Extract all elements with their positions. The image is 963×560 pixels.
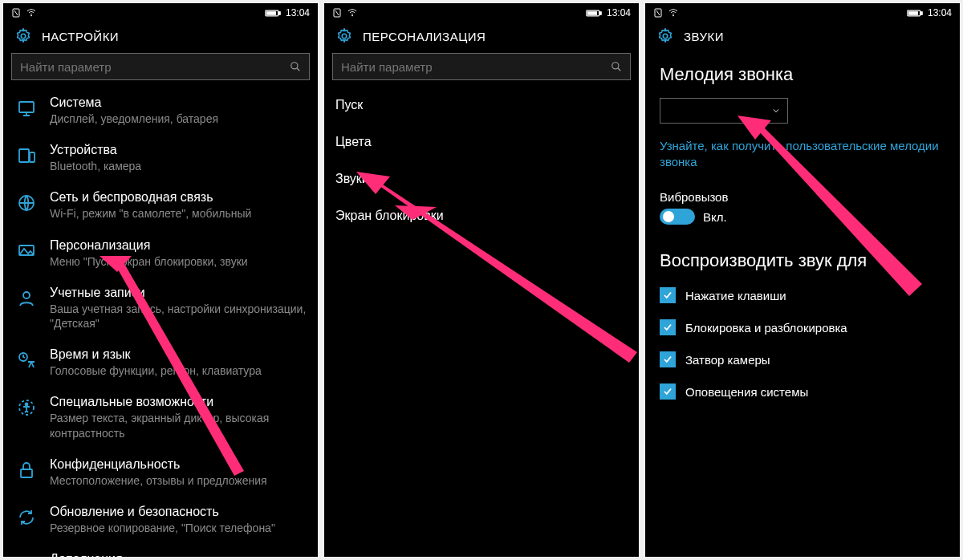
check-label: Нажатие клавиши xyxy=(685,289,786,302)
svg-rect-36 xyxy=(920,11,922,14)
svg-rect-11 xyxy=(19,246,34,255)
gear-icon xyxy=(656,27,674,45)
settings-item-ease-of-access[interactable]: Специальные возможностиРазмер текста, эк… xyxy=(3,386,318,448)
battery-icon xyxy=(586,9,602,18)
globe-icon xyxy=(16,191,37,215)
status-bar: 13:04 xyxy=(324,3,639,22)
check-label: Затвор камеры xyxy=(685,353,770,367)
item-title: Обновление и безопасность xyxy=(50,504,307,520)
checkbox[interactable] xyxy=(660,351,676,367)
svg-rect-7 xyxy=(19,102,34,112)
item-title: Время и язык xyxy=(50,347,307,363)
check-keypress[interactable]: Нажатие клавиши xyxy=(645,279,960,311)
check-camera-shutter[interactable]: Затвор камеры xyxy=(645,343,960,375)
search-box[interactable] xyxy=(11,53,310,80)
ringtone-dropdown[interactable] xyxy=(660,98,788,124)
svg-rect-37 xyxy=(908,11,917,14)
settings-item-system[interactable]: СистемаДисплей, уведомления, батарея xyxy=(3,87,318,134)
item-sub: Размер текста, экранный диктор, высокая … xyxy=(50,411,307,440)
svg-rect-27 xyxy=(587,11,596,14)
settings-item-accounts[interactable]: Учетные записиВаша учетная запись, настр… xyxy=(3,277,318,339)
item-start[interactable]: Пуск xyxy=(324,87,639,124)
settings-item-personalization[interactable]: ПерсонализацияМеню "Пуск", экран блокиро… xyxy=(3,229,318,277)
item-sub: Местоположение, отзывы и предложения xyxy=(50,473,307,488)
svg-point-24 xyxy=(352,15,353,16)
svg-rect-9 xyxy=(30,152,35,162)
apps-icon xyxy=(16,553,37,557)
page-header: ПЕРСОНАЛИЗАЦИЯ xyxy=(324,22,639,53)
page-title: ПЕРСОНАЛИЗАЦИЯ xyxy=(363,30,486,43)
item-sub: Меню "Пуск", экран блокировки, звуки xyxy=(50,254,307,269)
search-box[interactable] xyxy=(332,53,631,80)
accessibility-icon xyxy=(16,396,37,420)
learn-link[interactable]: Узнайте, как получить пользовательские м… xyxy=(645,135,960,185)
checkbox[interactable] xyxy=(660,287,676,303)
wifi-icon xyxy=(26,8,37,18)
vibrate-toggle[interactable] xyxy=(660,209,695,225)
item-sounds[interactable]: Звуки xyxy=(324,160,639,197)
gear-icon xyxy=(14,27,32,45)
paint-icon xyxy=(16,239,37,263)
svg-point-15 xyxy=(26,404,28,406)
gear-icon xyxy=(335,27,353,45)
item-title: Специальные возможности xyxy=(50,394,307,410)
svg-point-6 xyxy=(291,63,298,69)
rotation-lock-icon xyxy=(332,8,342,18)
refresh-icon xyxy=(16,505,37,530)
item-title: Конфиденциальность xyxy=(50,457,307,473)
svg-rect-26 xyxy=(599,11,601,14)
search-input[interactable] xyxy=(341,60,611,74)
time-language-icon xyxy=(16,348,37,372)
item-sub: Wi-Fi, режим "в самолете", мобильный xyxy=(50,206,307,221)
svg-point-29 xyxy=(612,63,619,69)
settings-item-devices[interactable]: УстройстваBluetooth, камера xyxy=(3,134,318,181)
wifi-icon xyxy=(668,8,679,18)
lock-icon xyxy=(16,458,37,482)
settings-item-privacy[interactable]: КонфиденциальностьМестоположение, отзывы… xyxy=(3,448,318,496)
check-lock-unlock[interactable]: Блокировка и разблокировка xyxy=(645,311,960,343)
settings-item-network[interactable]: Сеть и беспроводная связьWi-Fi, режим "в… xyxy=(3,181,318,229)
person-icon xyxy=(16,286,37,310)
svg-rect-16 xyxy=(21,469,32,477)
settings-item-update[interactable]: Обновление и безопасностьРезервное копир… xyxy=(3,496,318,543)
battery-icon xyxy=(265,9,281,18)
chevron-down-icon xyxy=(771,106,781,116)
devices-icon xyxy=(16,144,37,168)
item-sub: Дисплей, уведомления, батарея xyxy=(50,112,307,126)
check-system-alerts[interactable]: Оповещения системы xyxy=(645,375,960,408)
check-label: Блокировка и разблокировка xyxy=(685,321,847,335)
page-header: НАСТРОЙКИ xyxy=(3,22,318,53)
item-title: Дополнения xyxy=(50,551,307,557)
item-lockscreen[interactable]: Экран блокировки xyxy=(324,197,639,234)
settings-panel: 13:04 НАСТРОЙКИ СистемаДисплей, уведомле… xyxy=(3,3,318,557)
item-sub: Ваша учетная запись, настройки синхрониз… xyxy=(50,302,307,331)
ringtone-heading: Мелодия звонка xyxy=(645,53,960,93)
monitor-icon xyxy=(16,96,37,120)
rotation-lock-icon xyxy=(11,8,21,18)
svg-rect-3 xyxy=(278,11,280,14)
item-title: Устройства xyxy=(50,142,307,158)
item-sub: Резервное копирование, "Поиск телефона" xyxy=(50,521,307,535)
item-sub: Голосовые функции, регион, клавиатура xyxy=(50,363,307,378)
page-header: ЗВУКИ xyxy=(645,22,960,53)
wifi-icon xyxy=(347,8,358,18)
svg-point-38 xyxy=(663,34,668,39)
svg-point-28 xyxy=(342,34,347,39)
checkbox[interactable] xyxy=(660,383,676,400)
checkbox[interactable] xyxy=(660,319,676,335)
sounds-panel: 13:04 ЗВУКИ Мелодия звонка Узнайте, как … xyxy=(645,3,960,557)
settings-item-time-language[interactable]: Время и языкГолосовые функции, регион, к… xyxy=(3,339,318,386)
toggle-state-label: Вкл. xyxy=(703,210,727,224)
battery-icon xyxy=(907,9,923,18)
status-time: 13:04 xyxy=(286,7,310,18)
item-title: Персонализация xyxy=(50,237,307,254)
svg-point-1 xyxy=(31,15,32,16)
personalization-panel: 13:04 ПЕРСОНАЛИЗАЦИЯ Пуск Цвета Звуки Эк… xyxy=(324,3,639,557)
status-bar: 13:04 xyxy=(3,3,318,22)
svg-point-5 xyxy=(21,34,26,39)
item-sub: Bluetooth, камера xyxy=(50,159,307,173)
search-input[interactable] xyxy=(20,60,290,74)
svg-rect-8 xyxy=(19,149,29,162)
settings-item-extras[interactable]: Дополнения xyxy=(3,543,318,557)
item-colors[interactable]: Цвета xyxy=(324,124,639,160)
